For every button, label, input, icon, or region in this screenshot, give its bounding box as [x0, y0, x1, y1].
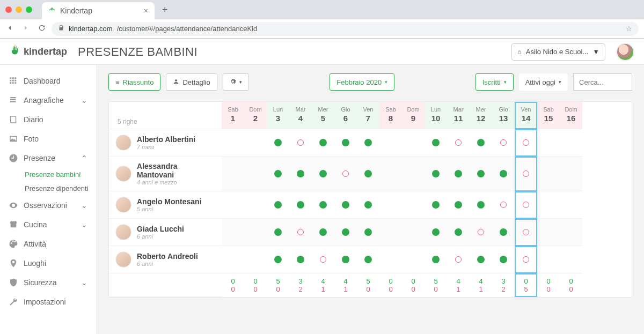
attendance-cell[interactable]	[402, 219, 425, 246]
attendance-cell[interactable]	[470, 191, 492, 219]
attendance-cell[interactable]	[560, 246, 582, 273]
attendance-cell[interactable]	[312, 129, 334, 157]
attendance-cell[interactable]	[470, 129, 492, 157]
attendance-cell[interactable]	[402, 157, 425, 191]
back-icon[interactable]	[5, 24, 14, 34]
logo[interactable]: kindertap	[10, 45, 67, 58]
attendance-cell[interactable]	[537, 246, 560, 273]
attendance-cell[interactable]	[492, 246, 515, 273]
child-row-name[interactable]: Roberto Andreoli6 anni	[109, 246, 222, 273]
attendance-cell[interactable]	[244, 191, 267, 219]
sidebar-item-sicurezza[interactable]: Sicurezza⌄	[0, 273, 96, 292]
attendance-cell[interactable]	[312, 191, 334, 219]
close-window-icon[interactable]	[5, 6, 12, 13]
month-selector[interactable]: Febbraio 2020 ▾	[330, 73, 394, 91]
sidebar-item-presenze[interactable]: Presenze⌃	[0, 149, 96, 168]
attendance-cell[interactable]	[379, 129, 402, 157]
close-tab-icon[interactable]: ×	[144, 6, 148, 15]
attendance-cell[interactable]	[402, 191, 425, 219]
attendance-cell[interactable]	[425, 191, 447, 219]
attendance-cell[interactable]	[447, 129, 470, 157]
attendance-cell[interactable]	[334, 129, 357, 157]
attendance-cell[interactable]	[357, 219, 379, 246]
attendance-cell[interactable]	[560, 191, 582, 219]
day-header[interactable]: Gio6	[334, 102, 357, 129]
attendance-cell[interactable]	[515, 219, 537, 246]
attendance-cell[interactable]	[222, 219, 244, 246]
user-avatar[interactable]	[616, 43, 634, 61]
attendance-cell[interactable]	[222, 246, 244, 273]
new-tab-button[interactable]: +	[159, 4, 171, 16]
day-header[interactable]: Sab1	[222, 102, 244, 129]
attendance-cell[interactable]	[334, 246, 357, 273]
attendance-cell[interactable]	[289, 157, 312, 191]
attendance-cell[interactable]	[244, 129, 267, 157]
attendance-cell[interactable]	[537, 191, 560, 219]
attendance-cell[interactable]	[515, 246, 537, 273]
day-header[interactable]: Sab15	[537, 102, 560, 129]
attendance-cell[interactable]	[537, 157, 560, 191]
attendance-cell[interactable]	[289, 246, 312, 273]
attendance-cell[interactable]	[379, 246, 402, 273]
maximize-window-icon[interactable]	[26, 6, 32, 13]
attendance-cell[interactable]	[379, 157, 402, 191]
child-row-name[interactable]: Giada Lucchi6 anni	[109, 219, 222, 246]
attendance-cell[interactable]	[492, 219, 515, 246]
sidebar-item-luoghi[interactable]: Luoghi	[0, 254, 96, 273]
day-header[interactable]: Ven7	[357, 102, 379, 129]
day-header[interactable]: Mar11	[447, 102, 470, 129]
attendance-cell[interactable]	[515, 157, 537, 191]
attendance-cell[interactable]	[267, 191, 289, 219]
day-header[interactable]: Lun3	[267, 102, 289, 129]
day-header[interactable]: Gio13	[492, 102, 515, 129]
child-row-name[interactable]: Alessandra Mantovani4 anni e mezzo	[109, 157, 222, 191]
attendance-cell[interactable]	[379, 191, 402, 219]
attendance-cell[interactable]	[312, 246, 334, 273]
settings-button[interactable]: ▾	[223, 73, 249, 91]
attendance-cell[interactable]	[492, 157, 515, 191]
enrolled-filter[interactable]: Iscritti ▾	[475, 73, 514, 91]
browser-tab[interactable]: Kindertap ×	[42, 2, 155, 19]
attendance-cell[interactable]	[447, 219, 470, 246]
attendance-cell[interactable]	[560, 129, 582, 157]
day-header[interactable]: Sab8	[379, 102, 402, 129]
day-header[interactable]: Lun10	[425, 102, 447, 129]
attendance-cell[interactable]	[334, 191, 357, 219]
detail-button[interactable]: Dettaglio	[166, 73, 217, 91]
active-today-filter[interactable]: Attivi oggi ▾	[519, 73, 568, 91]
address-bar[interactable]: kindertap.com/customer/#/pages/attendanc…	[52, 22, 639, 36]
sidebar-item-anagrafiche[interactable]: Anagrafiche⌄	[0, 91, 96, 110]
attendance-cell[interactable]	[289, 219, 312, 246]
minimize-window-icon[interactable]	[16, 6, 22, 13]
attendance-cell[interactable]	[244, 246, 267, 273]
attendance-cell[interactable]	[267, 219, 289, 246]
attendance-cell[interactable]	[334, 157, 357, 191]
sidebar-item-cucina[interactable]: Cucina⌄	[0, 215, 96, 234]
attendance-cell[interactable]	[492, 191, 515, 219]
attendance-cell[interactable]	[357, 246, 379, 273]
attendance-cell[interactable]	[244, 157, 267, 191]
day-header[interactable]: Dom9	[402, 102, 425, 129]
attendance-cell[interactable]	[470, 246, 492, 273]
day-header[interactable]: Mer5	[312, 102, 334, 129]
search-input[interactable]	[573, 73, 632, 91]
attendance-cell[interactable]	[537, 219, 560, 246]
sidebar-item-attività[interactable]: Attività	[0, 234, 96, 254]
sidebar-item-diario[interactable]: Diario	[0, 110, 96, 129]
attendance-cell[interactable]	[289, 191, 312, 219]
day-header[interactable]: Dom16	[560, 102, 582, 129]
day-header[interactable]: Mer12	[470, 102, 492, 129]
attendance-cell[interactable]	[470, 157, 492, 191]
attendance-cell[interactable]	[267, 157, 289, 191]
sidebar-item-dashboard[interactable]: Dashboard	[0, 71, 96, 91]
forward-icon[interactable]	[21, 24, 30, 34]
sidebar-item-osservazioni[interactable]: Osservazioni⌄	[0, 196, 96, 215]
attendance-cell[interactable]	[267, 129, 289, 157]
attendance-cell[interactable]	[334, 219, 357, 246]
school-selector[interactable]: ⌂ Asilo Nido e Scuol... ▼	[511, 43, 605, 61]
day-header[interactable]: Mar4	[289, 102, 312, 129]
attendance-cell[interactable]	[537, 129, 560, 157]
sidebar-item-impostazioni[interactable]: Impostazioni	[0, 292, 96, 311]
reload-icon[interactable]	[38, 24, 46, 34]
attendance-cell[interactable]	[402, 246, 425, 273]
